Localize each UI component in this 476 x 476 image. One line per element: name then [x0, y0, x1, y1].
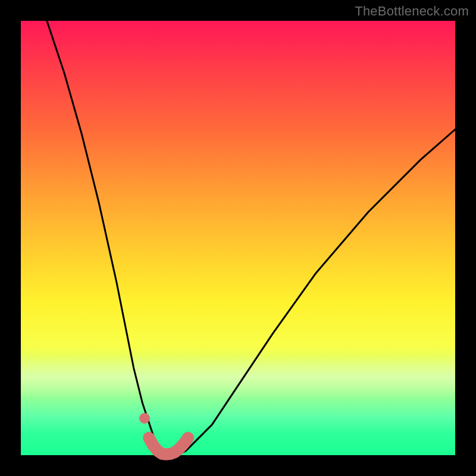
chart-frame: TheBottleneck.com [0, 0, 476, 476]
bottleneck-curve [47, 21, 455, 455]
plot-area [21, 21, 455, 455]
watermark-text: TheBottleneck.com [355, 4, 469, 19]
svg-point-0 [139, 413, 150, 424]
curve-svg [21, 21, 455, 455]
highlighted-markers [139, 413, 188, 455]
